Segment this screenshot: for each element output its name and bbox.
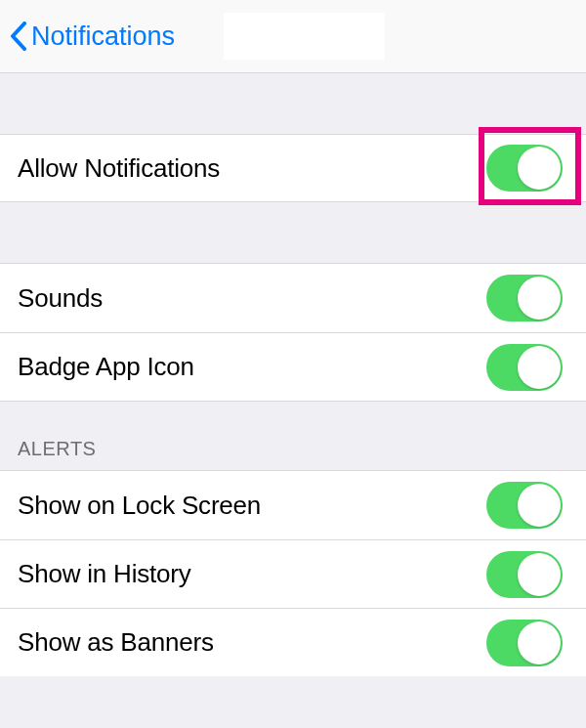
section-header-label: ALERTS (18, 438, 96, 460)
toggle-show-in-history[interactable] (486, 551, 563, 598)
toggle-knob (518, 147, 561, 190)
title-mask (224, 13, 385, 60)
spacer (0, 73, 586, 134)
section-header-alerts: ALERTS (0, 402, 586, 470)
row-label: Show in History (18, 559, 191, 589)
chevron-left-icon (10, 21, 27, 51)
toggle-knob (518, 621, 561, 664)
spacer (0, 202, 586, 263)
toggle-knob (518, 277, 561, 320)
row-label: Badge App Icon (18, 352, 194, 382)
toggle-badge-app-icon[interactable] (486, 344, 563, 391)
row-badge-app-icon: Badge App Icon (0, 332, 586, 401)
toggle-knob (518, 484, 561, 527)
toggle-knob (518, 346, 561, 389)
group-sounds-badge: Sounds Badge App Icon (0, 263, 586, 402)
row-show-on-lock-screen: Show on Lock Screen (0, 471, 586, 539)
row-show-in-history: Show in History (0, 539, 586, 608)
row-label: Allow Notifications (18, 153, 220, 184)
row-show-as-banners: Show as Banners (0, 608, 586, 676)
row-label: Show on Lock Screen (18, 491, 261, 521)
toggle-sounds[interactable] (486, 275, 563, 321)
row-label: Show as Banners (18, 627, 214, 658)
row-label: Sounds (18, 283, 103, 314)
group-alerts: Show on Lock Screen Show in History Show… (0, 470, 586, 676)
toggle-show-on-lock-screen[interactable] (486, 482, 563, 529)
back-button[interactable]: Notifications (10, 21, 175, 52)
toggle-allow-notifications[interactable] (486, 145, 563, 192)
toggle-knob (518, 553, 561, 596)
toggle-show-as-banners[interactable] (486, 620, 563, 666)
back-label: Notifications (31, 21, 175, 52)
nav-header: Notifications (0, 0, 586, 73)
row-allow-notifications: Allow Notifications (0, 134, 586, 202)
row-sounds: Sounds (0, 264, 586, 332)
